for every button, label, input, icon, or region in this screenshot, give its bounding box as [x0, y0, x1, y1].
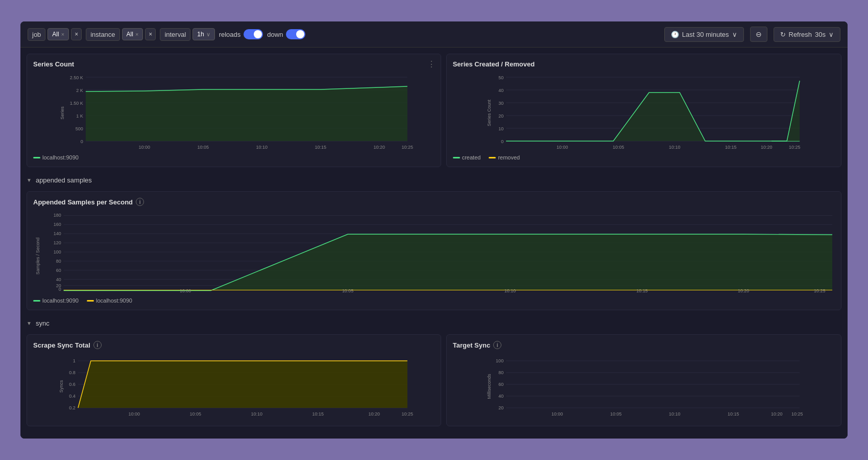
time-label: Last 30 minutes	[682, 31, 729, 38]
scrape-sync-total-title-text: Scrape Sync Total	[33, 341, 90, 349]
appended-samples-chevron: ▼	[27, 177, 32, 183]
svg-text:10:25: 10:25	[402, 411, 414, 417]
interval-value-tag[interactable]: 1h ∨	[192, 28, 214, 40]
appended-yellow-label: localhost:9090	[96, 297, 132, 304]
appended-green-color	[33, 300, 40, 302]
svg-text:100: 100	[496, 358, 503, 363]
job-close-icon[interactable]: ×	[61, 31, 64, 37]
scrape-sync-info-icon[interactable]: i	[93, 341, 102, 349]
job-all-value: All	[52, 31, 59, 38]
appended-samples-section-header[interactable]: ▼ appended samples	[27, 173, 841, 187]
time-dropdown-icon: ∨	[732, 31, 737, 38]
svg-text:0.6: 0.6	[69, 382, 76, 387]
svg-text:10:25: 10:25	[791, 411, 803, 417]
interval-filter-label: interval	[160, 28, 190, 41]
appended-samples-legend-yellow: localhost:9090	[87, 297, 132, 304]
target-sync-card: Target Sync i 100 80 60	[446, 334, 841, 426]
svg-text:10:05: 10:05	[613, 145, 624, 150]
svg-text:0: 0	[81, 139, 83, 144]
appended-samples-legend-green: localhost:9090	[33, 297, 79, 304]
refresh-dropdown-icon: ∨	[829, 31, 834, 38]
svg-text:0: 0	[59, 287, 61, 292]
svg-marker-79	[78, 361, 407, 408]
legend-created: created	[453, 154, 481, 160]
svg-text:10:15: 10:15	[312, 411, 324, 417]
svg-text:2.50 K: 2.50 K	[70, 75, 83, 80]
instance-close-icon[interactable]: ×	[135, 31, 138, 37]
svg-text:30: 30	[498, 101, 503, 106]
reloads-label: reloads	[219, 31, 241, 38]
svg-text:10:05: 10:05	[342, 288, 353, 293]
svg-text:10:15: 10:15	[315, 145, 327, 150]
appended-samples-svg: 180 160 140 120 100 80 60 40 20 0 Sample…	[33, 210, 835, 294]
svg-text:0: 0	[501, 139, 503, 144]
job-dropdown[interactable]: ×	[71, 28, 82, 40]
series-created-removed-legend: created removed	[453, 154, 835, 160]
zoom-out-button[interactable]: ⊖	[750, 27, 767, 42]
svg-text:2 K: 2 K	[76, 88, 83, 93]
series-count-menu[interactable]: ⋮	[427, 59, 436, 69]
series-created-removed-svg: 50 40 30 20 10 0 Series Count	[453, 72, 835, 151]
instance-all-value: All	[127, 31, 133, 38]
svg-text:40: 40	[498, 394, 503, 399]
sync-chevron: ▼	[27, 320, 32, 326]
series-count-title: Series Count	[33, 60, 435, 68]
svg-text:10:00: 10:00	[139, 145, 151, 150]
svg-text:10:05: 10:05	[190, 411, 202, 417]
interval-dropdown-icon[interactable]: ∨	[206, 31, 210, 38]
series-count-chart-area: 2.50 K 2 K 1.50 K 1 K 500 0 Series 10:	[33, 72, 435, 151]
svg-text:80: 80	[498, 370, 503, 375]
series-count-svg: 2.50 K 2 K 1.50 K 1 K 500 0 Series 10:	[33, 72, 435, 151]
target-sync-info-icon[interactable]: i	[493, 341, 501, 349]
refresh-button[interactable]: ↻ Refresh 30s ∨	[774, 27, 841, 42]
svg-text:10:00: 10:00	[551, 411, 563, 417]
svg-text:40: 40	[56, 277, 61, 282]
svg-text:40: 40	[498, 88, 503, 93]
clock-icon: 🕐	[671, 31, 679, 38]
svg-text:10:20: 10:20	[374, 145, 385, 150]
refresh-label: Refresh	[789, 31, 812, 38]
toolbar-right: 🕐 Last 30 minutes ∨ ⊖ ↻ Refresh 30s ∨	[664, 27, 840, 42]
legend-removed-label: removed	[498, 154, 520, 160]
series-created-removed-chart-area: 50 40 30 20 10 0 Series Count	[453, 72, 835, 151]
legend-removed-color	[489, 157, 496, 158]
svg-text:10:00: 10:00	[557, 145, 568, 150]
down-toggle[interactable]	[286, 29, 305, 39]
app-container: job All × × instance All × × interval 1h…	[20, 21, 848, 439]
svg-text:10:25: 10:25	[814, 288, 825, 293]
appended-samples-info-icon[interactable]: i	[136, 198, 144, 206]
svg-text:60: 60	[498, 382, 503, 387]
svg-text:160: 160	[54, 222, 61, 227]
svg-text:180: 180	[54, 213, 61, 218]
svg-text:140: 140	[54, 231, 61, 236]
toolbar: job All × × instance All × × interval 1h…	[20, 21, 848, 48]
instance-dropdown[interactable]: ×	[145, 28, 156, 40]
svg-text:Syncs: Syncs	[59, 380, 64, 393]
series-created-removed-title: Series Created / Removed	[453, 60, 835, 68]
job-filter-label: job	[28, 28, 45, 41]
svg-text:10:20: 10:20	[771, 411, 783, 417]
reloads-toggle[interactable]	[244, 29, 263, 39]
job-filter-group: job All × ×	[28, 28, 82, 41]
job-all-tag[interactable]: All ×	[47, 28, 69, 40]
svg-text:10:20: 10:20	[738, 288, 749, 293]
time-selector[interactable]: 🕐 Last 30 minutes ∨	[664, 27, 744, 42]
sync-section-label: sync	[36, 319, 50, 327]
svg-text:10:10: 10:10	[256, 145, 268, 150]
content-area: Series Count ⋮ 2.50 K 2 K 1.50 K	[20, 48, 848, 439]
series-created-removed-card: Series Created / Removed 50 40 30	[446, 54, 841, 167]
sync-section-header[interactable]: ▼ sync	[27, 316, 841, 330]
scrape-sync-chart-area: 1 0.8 0.6 0.4 0.2 Syncs 10:00 10:05 10:	[33, 353, 435, 420]
legend-created-color	[453, 157, 460, 158]
target-sync-title-text: Target Sync	[453, 341, 490, 349]
instance-all-tag[interactable]: All ×	[122, 28, 143, 40]
down-toggle-group: down	[267, 29, 305, 39]
svg-text:10: 10	[498, 126, 503, 131]
target-sync-title: Target Sync i	[453, 341, 835, 349]
svg-text:10:25: 10:25	[789, 145, 801, 150]
appended-samples-chart-area: 180 160 140 120 100 80 60 40 20 0 Sample…	[33, 210, 835, 294]
appended-samples-legend: localhost:9090 localhost:9090	[33, 297, 835, 304]
svg-text:120: 120	[54, 240, 61, 245]
svg-marker-13	[86, 86, 407, 141]
svg-text:10:10: 10:10	[504, 288, 516, 293]
